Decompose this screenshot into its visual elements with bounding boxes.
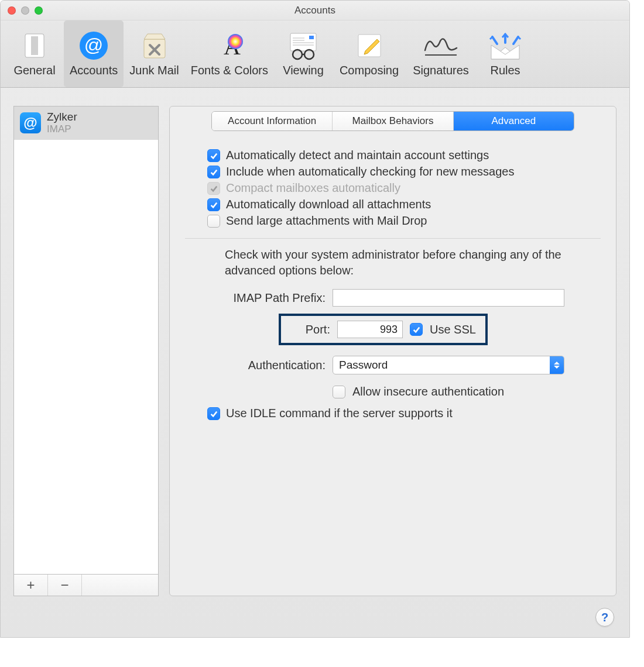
junk-mail-icon — [136, 29, 173, 63]
select-arrows-icon — [550, 356, 564, 374]
rules-icon — [487, 29, 524, 63]
port-label: Port: — [283, 323, 330, 336]
traffic-lights — [8, 6, 43, 15]
zoom-window-button[interactable] — [35, 6, 43, 15]
svg-text:@: @ — [84, 35, 103, 56]
toolbar-item-label: Signatures — [413, 64, 469, 77]
tab-account-information[interactable]: Account Information — [212, 112, 333, 130]
svg-point-8 — [228, 34, 243, 49]
close-window-button[interactable] — [8, 6, 16, 15]
download-attachments-row: Automatically download all attachments — [207, 198, 600, 211]
toolbar-item-label: Viewing — [283, 64, 324, 77]
use-idle-label: Use IDLE command if the server supports … — [226, 407, 453, 420]
port-input[interactable] — [337, 321, 403, 338]
imap-prefix-row: IMAP Path Prefix: — [186, 289, 600, 307]
compact-label: Compact mailboxes automatically — [226, 181, 400, 195]
toolbar-item-label: General — [13, 64, 55, 77]
toolbar-item-label: Junk Mail — [129, 64, 179, 77]
advanced-note: Check with your system administrator bef… — [225, 247, 582, 279]
allow-insecure-label: Allow insecure authentication — [352, 385, 504, 398]
port-ssl-highlight: Port: Use SSL — [279, 314, 488, 345]
toolbar-item-general[interactable]: General — [5, 20, 64, 87]
toolbar-item-label: Composing — [340, 64, 399, 77]
accounts-icon: @ — [75, 29, 112, 63]
remove-account-button[interactable]: − — [48, 575, 82, 596]
accounts-sidebar: @ Zylker IMAP + − — [13, 106, 159, 596]
divider — [185, 238, 601, 239]
toolbar-item-composing[interactable]: Composing — [333, 20, 406, 87]
use-idle-checkbox[interactable] — [207, 407, 220, 420]
mail-drop-row: Send large attachments with Mail Drop — [207, 214, 600, 228]
at-icon: @ — [20, 112, 41, 133]
preferences-window: Accounts General @ Accounts — [0, 0, 630, 638]
svg-rect-1 — [31, 36, 38, 55]
account-row[interactable]: @ Zylker IMAP — [14, 106, 158, 140]
toolbar-item-label: Accounts — [70, 64, 118, 77]
include-checking-label: Include when automatically checking for … — [226, 165, 514, 178]
authentication-select-wrap: Password — [333, 356, 564, 374]
use-idle-row: Use IDLE command if the server supports … — [207, 407, 600, 420]
compact-row: Compact mailboxes automatically — [207, 181, 600, 195]
accounts-list[interactable]: @ Zylker IMAP — [13, 106, 159, 574]
imap-prefix-input[interactable] — [333, 289, 564, 307]
auto-detect-row: Automatically detect and maintain accoun… — [207, 149, 600, 162]
toolbar-item-junk-mail[interactable]: Junk Mail — [124, 20, 184, 87]
auto-detect-checkbox[interactable] — [207, 149, 220, 162]
compact-checkbox — [207, 182, 220, 195]
content-area: @ Zylker IMAP + − Account Information Ma… — [1, 88, 629, 637]
toolbar-item-viewing[interactable]: Viewing — [274, 20, 333, 87]
authentication-select[interactable]: Password — [333, 356, 564, 374]
composing-icon — [351, 29, 388, 63]
account-protocol: IMAP — [47, 123, 77, 135]
allow-insecure-row: Allow insecure authentication — [186, 385, 600, 398]
mail-drop-checkbox[interactable] — [207, 215, 220, 228]
tab-advanced[interactable]: Advanced — [454, 112, 574, 130]
fonts-colors-icon: A — [211, 29, 248, 63]
authentication-label: Authentication: — [186, 359, 326, 372]
allow-insecure-checkbox[interactable] — [333, 386, 345, 398]
preferences-toolbar: General @ Accounts Junk Mail — [1, 20, 629, 88]
signatures-icon — [422, 29, 460, 63]
svg-rect-10 — [309, 36, 314, 39]
download-attachments-label: Automatically download all attachments — [226, 198, 431, 211]
viewing-icon — [285, 29, 322, 63]
toolbar-item-fonts-colors[interactable]: A Fonts & Colors — [185, 20, 274, 87]
download-attachments-checkbox[interactable] — [207, 198, 220, 211]
toolbar-item-accounts[interactable]: @ Accounts — [64, 20, 124, 87]
use-ssl-checkbox[interactable] — [410, 323, 423, 336]
tab-mailbox-behaviors[interactable]: Mailbox Behaviors — [333, 112, 453, 130]
add-account-button[interactable]: + — [14, 575, 48, 596]
svg-rect-18 — [358, 35, 381, 57]
imap-prefix-label: IMAP Path Prefix: — [186, 291, 326, 305]
toolbar-item-signatures[interactable]: Signatures — [406, 20, 476, 87]
include-checking-row: Include when automatically checking for … — [207, 165, 600, 178]
minimize-window-button[interactable] — [21, 6, 29, 15]
toolbar-item-rules[interactable]: Rules — [476, 20, 535, 87]
authentication-row: Authentication: Password — [186, 356, 600, 374]
account-name: Zylker — [47, 111, 77, 123]
general-icon — [16, 29, 53, 63]
sidebar-buttons: + − — [13, 574, 159, 596]
titlebar: Accounts — [1, 1, 629, 20]
auto-detect-label: Automatically detect and maintain accoun… — [226, 149, 489, 162]
account-panel: Account Information Mailbox Behaviors Ad… — [169, 106, 616, 596]
use-ssl-label: Use SSL — [430, 323, 476, 336]
window-title: Accounts — [1, 5, 629, 16]
sidebar-button-filler — [82, 575, 158, 596]
include-checking-checkbox[interactable] — [207, 166, 220, 178]
toolbar-item-label: Rules — [490, 64, 520, 77]
help-button[interactable]: ? — [595, 608, 614, 627]
toolbar-item-label: Fonts & Colors — [191, 64, 268, 77]
account-tabs: Account Information Mailbox Behaviors Ad… — [211, 111, 574, 131]
mail-drop-label: Send large attachments with Mail Drop — [226, 214, 427, 228]
